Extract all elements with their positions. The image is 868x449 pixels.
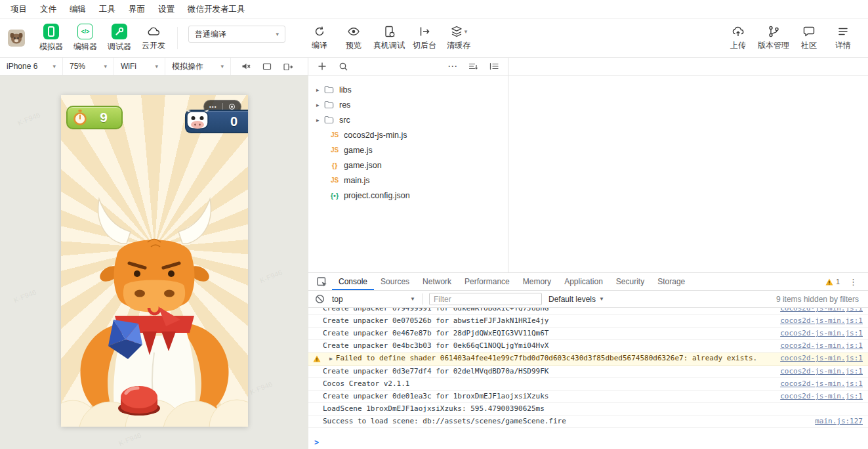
kebab-menu-icon[interactable]: ⋮ [846,277,860,287]
wrench-icon [112,24,127,39]
tree-file-game-js[interactable]: JS game.js [308,142,508,158]
device-bar: iPhone 6 ▾ 75% ▾ WiFi ▾ 模拟操作 ▾ [0,58,868,75]
version-control-button[interactable]: 版本管理 [755,25,792,51]
source-link[interactable]: cocos2d-js-min.js:1 [780,316,863,326]
tab-storage[interactable]: Storage [651,273,692,290]
tab-console[interactable]: Console [332,273,374,290]
editor-button[interactable]: </> 编辑器 [68,24,102,53]
log-levels-select[interactable]: Default levels ▼ [548,295,604,304]
menu-interface[interactable]: 界面 [122,0,152,18]
more-icon[interactable]: ⋯ [447,60,458,72]
compile-mode-select[interactable]: 普通编译 ▾ [188,26,285,43]
js-file-icon: JS [329,131,341,139]
network-select[interactable]: WiFi ▾ [114,58,165,75]
to-background-button[interactable]: 切后台 [407,25,442,51]
user-avatar[interactable] [8,30,25,47]
tab-memory[interactable]: Memory [516,273,558,290]
tree-folder-libs[interactable]: ▸ libs [308,82,508,97]
folder-icon [324,100,335,109]
game-scene [61,95,248,427]
filter-input[interactable] [429,293,542,305]
clear-console-icon[interactable] [314,293,325,305]
source-link[interactable]: cocos2d-js-min.js:1 [780,379,863,389]
menu-project[interactable]: 项目 [4,0,33,18]
rotate-icon[interactable] [282,60,294,72]
tree-label: src [339,116,350,125]
community-label: 社区 [801,40,817,51]
tree-folder-res[interactable]: ▸ res [308,97,508,112]
tab-performance[interactable]: Performance [458,273,516,290]
menu-settings[interactable]: 设置 [152,0,181,18]
simulator-panel: K-F946 K-F946 K-F946 K-F946 K-F946 K-F94… [0,75,308,449]
preview-button[interactable]: 预览 [337,25,371,51]
tab-application[interactable]: Application [558,273,610,290]
compile-button[interactable]: 编译 [302,25,337,51]
source-link[interactable]: cocos2d-js-min.js:1 [780,329,863,338]
menu-devtools[interactable]: 微信开发者工具 [181,0,252,18]
real-device-debug-button[interactable]: 真机调试 [371,25,407,51]
tree-file-project-config[interactable]: {•} project.config.json [308,188,508,203]
avatar-image [8,30,25,47]
source-link[interactable]: cocos2d-js-min.js:1 [780,367,863,376]
details-label: 详情 [835,40,851,51]
tab-sources[interactable]: Sources [374,273,416,290]
upload-label: 上传 [730,40,746,51]
layers-icon [450,25,463,38]
zoom-select[interactable]: 75% ▾ [63,58,114,75]
sort-icon[interactable] [467,60,479,72]
debugger-button[interactable]: 调试器 [102,24,136,53]
community-button[interactable]: 社区 [792,25,826,51]
git-branch-icon [767,25,780,38]
compile-label: 编译 [312,40,327,51]
tree-folder-src[interactable]: ▸ src [308,112,508,127]
device-select[interactable]: iPhone 6 ▾ [0,58,63,75]
console-prompt[interactable]: > [308,436,868,449]
menu-file[interactable]: 文件 [33,0,63,18]
network-value: WiFi [121,62,136,71]
tree-file-main-js[interactable]: JS main.js [308,173,508,188]
add-file-icon[interactable] [316,60,328,72]
tree-label: project.config.json [344,191,410,200]
clear-cache-button[interactable]: ▾ 清缓存 [442,25,476,51]
cloud-dev-button[interactable]: 云开发 [136,25,171,51]
console-row: Create unpacker 0de01ea3c for 1broxDmEJF… [308,391,868,403]
console-toolbar: top ▼ Default levels ▼ 9 items hidden by… [308,291,868,308]
upload-button[interactable]: 上传 [721,25,755,51]
watermark-text: K-F946 [249,380,274,396]
menu-tools[interactable]: 工具 [93,0,122,18]
simulator-screen[interactable]: 9 ••• [61,95,248,427]
tab-network[interactable]: Network [416,273,458,290]
collapse-all-icon[interactable] [488,60,500,72]
warning-count: 1 [836,278,840,286]
mute-icon[interactable] [240,60,252,72]
source-link[interactable]: cocos2d-js-min.js:1 [780,392,863,401]
levels-value: Default levels [548,295,596,304]
warning-count-badge[interactable]: 1 [825,278,840,286]
source-link[interactable]: cocos2d-js-min.js:1 [780,308,863,313]
simulator-button[interactable]: 模拟器 [34,24,68,53]
details-button[interactable]: 详情 [826,25,860,51]
sim-action-select[interactable]: 模拟操作 ▾ [165,58,231,75]
zoom-value: 75% [70,62,85,71]
search-icon[interactable] [337,60,349,72]
source-link[interactable]: cocos2d-js-min.js:1 [780,341,863,351]
score-badge: 0 [185,110,248,133]
warning-icon [313,355,321,362]
screenshot-icon[interactable] [261,60,273,72]
tree-label: game.json [344,161,382,170]
source-link[interactable]: main.js:127 [815,417,863,426]
chevron-right-icon: ▸ [316,117,324,123]
watermark-text: K-F946 [258,268,283,285]
toolbar-right-group: 上传 版本管理 社区 [721,25,860,51]
tree-file-cocos2d-js-min[interactable]: JS cocos2d-js-min.js [308,127,508,142]
execution-context-select[interactable]: top ▼ [332,293,423,305]
exit-circle-icon[interactable] [223,104,241,110]
preview-label: 预览 [346,40,362,51]
menu-edit[interactable]: 编辑 [63,0,93,18]
tree-file-game-json[interactable]: {} game.json [308,158,508,173]
bull-head [114,240,194,327]
tab-security[interactable]: Security [610,273,651,290]
expand-icon[interactable]: ▶ [329,354,333,364]
source-link[interactable]: cocos2d-js-min.js:1 [780,354,863,363]
inspect-element-icon[interactable] [314,273,329,290]
